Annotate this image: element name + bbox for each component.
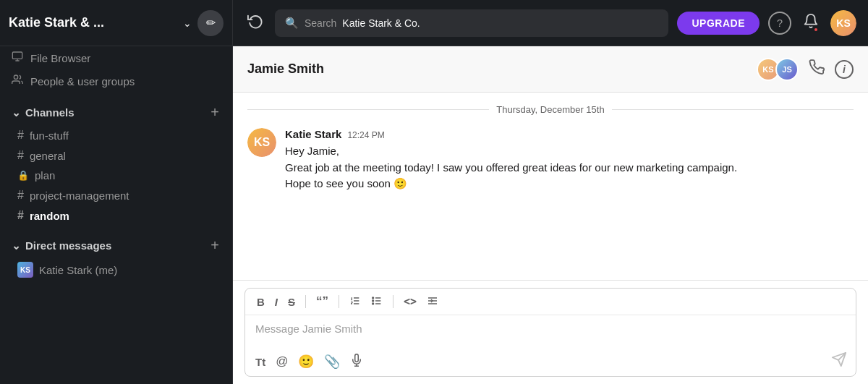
composer-area: B I S “” <> bbox=[233, 280, 868, 384]
send-button[interactable] bbox=[831, 351, 847, 372]
strikethrough-button[interactable]: S bbox=[285, 294, 298, 310]
channel-hash-icon: # bbox=[17, 129, 24, 142]
ordered-list-button[interactable] bbox=[346, 294, 364, 310]
message-body: Katie Stark 12:24 PM Hey Jamie, Great jo… bbox=[285, 128, 854, 192]
dm-avatar: KS bbox=[17, 262, 33, 278]
composer-input[interactable]: Message Jamie Smith bbox=[245, 315, 856, 347]
notifications-button[interactable] bbox=[800, 10, 822, 35]
svg-point-1 bbox=[14, 75, 17, 79]
workspace-chevron-icon[interactable]: ⌄ bbox=[183, 17, 192, 29]
workspace-name: Katie Stark & ... bbox=[9, 15, 179, 30]
channels-toggle[interactable]: ⌄ Channels bbox=[12, 106, 75, 119]
attach-button[interactable]: 📎 bbox=[323, 352, 341, 371]
svg-point-10 bbox=[373, 303, 374, 304]
date-divider-text: Thursday, December 15th bbox=[496, 104, 604, 115]
dm-item-katie-stark[interactable]: KS Katie Stark (me) bbox=[0, 258, 232, 281]
search-label: Search bbox=[305, 17, 336, 29]
user-avatar-button[interactable]: KS bbox=[830, 10, 856, 36]
history-button[interactable] bbox=[244, 10, 266, 35]
channel-hash-icon: # bbox=[17, 189, 24, 202]
topbar: Katie Stark & ... ⌄ ✏ 🔍 Search Katie Sta… bbox=[0, 0, 868, 46]
search-icon: 🔍 bbox=[285, 17, 299, 30]
sidebar-item-file-browser[interactable]: File Browser bbox=[0, 46, 232, 69]
channel-name: random bbox=[30, 210, 69, 222]
file-browser-label: File Browser bbox=[30, 52, 90, 64]
italic-button[interactable]: I bbox=[272, 294, 281, 310]
channel-name: plan bbox=[35, 169, 55, 182]
text-format-button[interactable]: Tt bbox=[254, 354, 267, 370]
unordered-list-button[interactable] bbox=[368, 294, 386, 310]
message-time: 12:24 PM bbox=[347, 130, 384, 140]
people-groups-label: People & user groups bbox=[30, 75, 135, 88]
channel-item-random[interactable]: # random bbox=[0, 205, 232, 226]
lock-icon: 🔒 bbox=[17, 170, 29, 181]
channels-label: Channels bbox=[25, 106, 75, 119]
channel-item-general[interactable]: # general bbox=[0, 145, 232, 166]
search-bar[interactable]: 🔍 Search Katie Stark & Co. bbox=[275, 9, 668, 37]
bold-button[interactable]: B bbox=[254, 294, 268, 310]
composer-box: B I S “” <> bbox=[244, 288, 856, 377]
channel-item-plan[interactable]: 🔒 plan bbox=[0, 166, 232, 185]
toolbar-separator-3 bbox=[393, 295, 393, 308]
composer-bottom-toolbar: Tt @ 🙂 📎 bbox=[245, 347, 856, 376]
message-line-3: Hope to see you soon 🙂 bbox=[285, 176, 854, 192]
chat-header: Jamie Smith KS JS i bbox=[233, 46, 868, 93]
help-button[interactable]: ? bbox=[768, 12, 791, 35]
sidebar-item-people-groups[interactable]: People & user groups bbox=[0, 69, 232, 93]
search-company: Katie Stark & Co. bbox=[342, 17, 420, 29]
notification-dot bbox=[813, 27, 819, 33]
header-avatar-2: JS bbox=[775, 58, 799, 81]
message-sender: Katie Stark bbox=[285, 128, 341, 140]
audio-button[interactable] bbox=[349, 352, 365, 372]
message-avatar-inner: KS bbox=[247, 128, 276, 157]
dm-label: Direct messages bbox=[25, 239, 111, 252]
add-dm-button[interactable]: + bbox=[209, 236, 221, 255]
channel-item-project-management[interactable]: # project-management bbox=[0, 185, 232, 205]
emoji-button[interactable]: 🙂 bbox=[297, 352, 315, 371]
call-button[interactable] bbox=[809, 59, 825, 79]
mention-button[interactable]: @ bbox=[274, 353, 289, 370]
message-line-2: Great job at the meeting today! I saw yo… bbox=[285, 160, 854, 176]
dm-name: Katie Stark (me) bbox=[39, 264, 117, 276]
channels-section: ⌄ Channels + bbox=[0, 93, 232, 125]
info-button[interactable]: i bbox=[835, 60, 854, 79]
date-divider: Thursday, December 15th bbox=[247, 93, 854, 124]
dm-toggle[interactable]: ⌄ Direct messages bbox=[12, 239, 111, 252]
code-button[interactable]: <> bbox=[401, 294, 420, 310]
user-avatar: KS bbox=[830, 10, 856, 36]
topbar-right: 🔍 Search Katie Stark & Co. UPGRADE ? KS bbox=[233, 9, 868, 37]
message-row: KS Katie Stark 12:24 PM Hey Jamie, Great… bbox=[233, 124, 868, 197]
upgrade-button[interactable]: UPGRADE bbox=[677, 12, 760, 35]
channel-hash-icon: # bbox=[17, 149, 24, 162]
dm-section: ⌄ Direct messages + bbox=[0, 226, 232, 258]
indent-button[interactable] bbox=[424, 294, 441, 310]
composer-toolbar: B I S “” <> bbox=[245, 289, 856, 315]
channels-chevron-icon: ⌄ bbox=[12, 106, 21, 119]
toolbar-separator-2 bbox=[339, 295, 339, 308]
main-layout: File Browser People & user groups ⌄ Chan… bbox=[0, 46, 868, 384]
header-actions: KS JS i bbox=[761, 58, 854, 81]
channel-name: fun-stuff bbox=[30, 129, 69, 142]
composer-placeholder: Message Jamie Smith bbox=[255, 323, 362, 335]
sidebar: File Browser People & user groups ⌄ Chan… bbox=[0, 46, 233, 384]
add-channel-button[interactable]: + bbox=[209, 103, 221, 122]
main-content: Jamie Smith KS JS i Thursday, December 1… bbox=[233, 46, 868, 384]
file-browser-icon bbox=[12, 51, 23, 65]
people-groups-icon bbox=[12, 74, 23, 88]
chat-title: Jamie Smith bbox=[247, 61, 761, 77]
quote-button[interactable]: “” bbox=[313, 293, 331, 310]
toolbar-separator-1 bbox=[305, 295, 306, 308]
svg-point-9 bbox=[373, 300, 374, 302]
dm-chevron-icon: ⌄ bbox=[12, 239, 21, 252]
header-avatars: KS JS bbox=[761, 58, 799, 81]
svg-rect-0 bbox=[12, 52, 22, 59]
chat-messages[interactable]: Thursday, December 15th KS Katie Stark 1… bbox=[233, 93, 868, 280]
svg-point-8 bbox=[373, 297, 374, 299]
channel-name: project-management bbox=[30, 189, 129, 202]
channel-item-fun-stuff[interactable]: # fun-stuff bbox=[0, 125, 232, 145]
message-avatar: KS bbox=[247, 128, 276, 157]
channel-name: general bbox=[30, 150, 66, 162]
channel-hash-icon: # bbox=[17, 209, 24, 222]
edit-workspace-button[interactable]: ✏ bbox=[197, 10, 224, 36]
message-header: Katie Stark 12:24 PM bbox=[285, 128, 854, 140]
